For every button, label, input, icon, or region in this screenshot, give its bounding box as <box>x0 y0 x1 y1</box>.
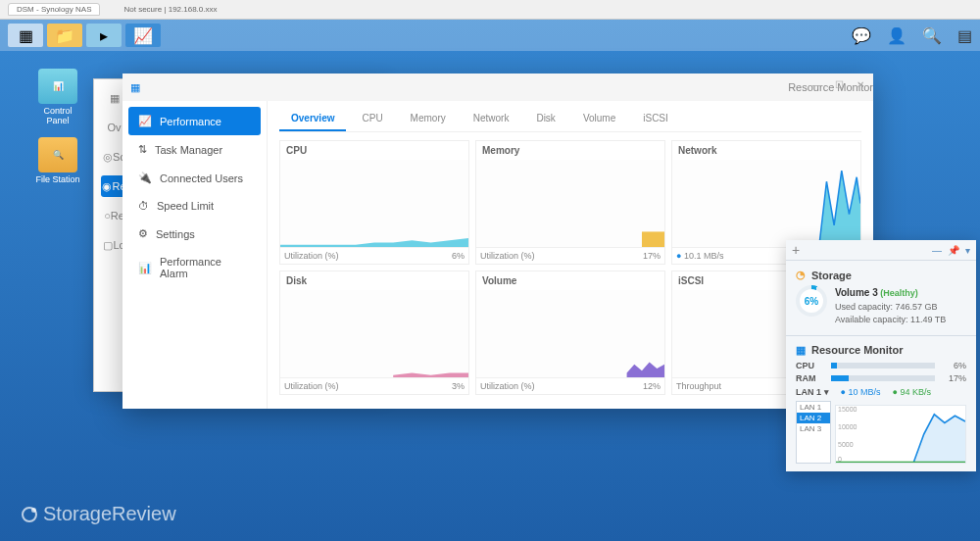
chart-footer-label: Utilization (%) <box>480 251 535 261</box>
sidebar-item-label: Connected Users <box>160 172 243 184</box>
chart-memory[interactable]: Memory Utilization (%)17% <box>475 140 665 265</box>
minimize-icon[interactable]: — <box>810 79 824 90</box>
widget-header[interactable]: + — 📌 ▾ <box>786 240 976 260</box>
chart-cpu[interactable]: CPU Utilization (%)6% <box>279 140 469 265</box>
tab-memory[interactable]: Memory <box>399 107 458 131</box>
sidebar-item-label: Task Manager <box>155 144 222 156</box>
chat-icon[interactable]: 💬 <box>852 26 871 45</box>
volume-name: Volume 3 <box>835 287 878 298</box>
file-station-icon[interactable]: 📁 <box>47 24 82 47</box>
dsm-toolbar: ▦ 📁 ▸ 📈 💬 👤 🔍 ▤ <box>0 20 980 51</box>
file-station-icon: 🔍 <box>38 137 77 172</box>
lan-option[interactable]: LAN 1 <box>797 402 830 413</box>
chart-footer-value: 3% <box>452 381 465 391</box>
content-area: Overview CPU Memory Network Disk Volume … <box>268 101 873 409</box>
chart-footer-label: Utilization (%) <box>284 381 339 391</box>
desktop-icon-file-station[interactable]: 🔍 File Station <box>33 137 82 184</box>
collapse-icon[interactable]: ▾ <box>965 245 970 256</box>
desktop-icon-control-panel[interactable]: 📊 Control Panel <box>33 69 82 125</box>
pin-icon[interactable]: 📌 <box>948 245 959 256</box>
lan-option-selected[interactable]: LAN 2 <box>797 413 830 423</box>
lan-dropdown[interactable]: LAN 1 LAN 2 LAN 3 <box>796 401 831 464</box>
tab-disk[interactable]: Disk <box>524 107 566 131</box>
rm-title: Resource Monitor <box>811 344 904 356</box>
tab-volume[interactable]: Volume <box>571 107 627 131</box>
tab-cpu[interactable]: CPU <box>350 107 394 131</box>
tab-network[interactable]: Network <box>462 107 521 131</box>
menu-icon[interactable]: ▦ <box>8 24 43 47</box>
rm-icon: ▦ <box>796 344 806 357</box>
resource-monitor-icon[interactable]: 📈 <box>125 24 161 47</box>
chart-grid: CPU Utilization (%)6% Memory Utilization… <box>279 140 861 395</box>
close-icon[interactable]: ✕ <box>854 79 867 90</box>
watermark-icon <box>22 507 37 522</box>
chart-footer-value: 6% <box>452 251 465 261</box>
minimize-icon[interactable]: — <box>932 245 942 256</box>
control-panel-icon: 📊 <box>38 69 77 104</box>
speed-limit-icon: ⏱ <box>138 200 149 212</box>
maximize-icon[interactable]: ☐ <box>832 79 846 90</box>
sidebar: 📈 Performance ⇅ Task Manager 🔌 Connected… <box>122 101 268 409</box>
chart-volume[interactable]: Volume Utilization (%)12% <box>475 270 665 395</box>
ram-bar <box>831 375 935 381</box>
chart-disk[interactable]: Disk Utilization (%)3% <box>279 270 469 395</box>
gear-icon: ⚙ <box>138 227 148 240</box>
performance-icon: 📈 <box>138 115 152 127</box>
chart-footer-label: Utilization (%) <box>480 381 535 391</box>
chart-title: Memory <box>476 141 664 160</box>
sidebar-item-label: Settings <box>156 228 195 240</box>
avail-label: Available capacity: <box>835 315 907 324</box>
browser-chrome: DSM - Synology NAS Not secure | 192.168.… <box>0 0 980 20</box>
sidebar-item-label: Speed Limit <box>157 200 214 212</box>
app-icon-1[interactable]: ▸ <box>86 24 122 47</box>
used-label: Used capacity: <box>835 302 893 312</box>
search-icon[interactable]: 🔍 <box>922 26 942 45</box>
used-value: 746.57 GB <box>896 302 938 312</box>
chart-footer-label: Throughput <box>676 381 721 391</box>
window-titlebar[interactable]: ▦ Resource Monitor — ☐ ✕ <box>122 74 873 101</box>
lan-select-label[interactable]: LAN 1 ▾ <box>796 387 829 397</box>
tab-iscsi[interactable]: iSCSI <box>631 107 680 131</box>
chart-title: Volume <box>476 271 664 290</box>
sidebar-item-label: Performance Alarm <box>160 256 251 279</box>
chart-footer-value: 17% <box>643 251 661 261</box>
sidebar-item-connected-users[interactable]: 🔌 Connected Users <box>128 164 261 192</box>
ram-label: RAM <box>796 373 825 383</box>
chart-footer-label: ● 10.1 MB/s <box>676 251 723 261</box>
desktop-label: File Station <box>33 174 82 184</box>
dashboard-icon[interactable]: ▤ <box>957 26 972 45</box>
lan-option[interactable]: LAN 3 <box>797 423 830 434</box>
ram-value: 17% <box>941 373 966 383</box>
widget-resource-monitor: ▦Resource Monitor CPU 6% RAM 17% LAN 1 ▾… <box>786 335 976 471</box>
connected-users-icon: 🔌 <box>138 172 152 184</box>
widget-storage: ◔Storage Volume 3 (Healthy) Used capacit… <box>786 260 976 335</box>
chart-title: Network <box>672 141 860 160</box>
user-icon[interactable]: 👤 <box>887 26 906 45</box>
desktop-label: Control Panel <box>33 106 82 125</box>
cpu-bar <box>831 363 935 369</box>
task-manager-icon: ⇅ <box>138 143 147 156</box>
alarm-icon: 📊 <box>138 262 152 274</box>
sidebar-item-speed-limit[interactable]: ⏱ Speed Limit <box>128 192 261 220</box>
storage-title: Storage <box>811 270 852 281</box>
tab-bar: Overview CPU Memory Network Disk Volume … <box>279 107 861 132</box>
lan-graph: 15000 10000 5000 0 <box>835 405 966 464</box>
browser-tab[interactable]: DSM - Synology NAS <box>8 3 100 16</box>
net-down: ● 94 KB/s <box>892 387 930 397</box>
avail-value: 11.49 TB <box>910 315 946 324</box>
sidebar-item-task-manager[interactable]: ⇅ Task Manager <box>128 135 261 164</box>
sidebar-item-performance-alarm[interactable]: 📊 Performance Alarm <box>128 248 261 287</box>
chart-title: Disk <box>280 271 468 290</box>
chart-footer-label: Utilization (%) <box>284 251 339 261</box>
sidebar-item-performance[interactable]: 📈 Performance <box>128 107 261 135</box>
tab-overview[interactable]: Overview <box>279 107 346 131</box>
chart-title: CPU <box>280 141 468 160</box>
storage-icon: ◔ <box>796 269 806 281</box>
donut-chart <box>796 285 827 317</box>
sidebar-item-settings[interactable]: ⚙ Settings <box>128 220 261 248</box>
net-up: ● 10 MB/s <box>841 387 881 397</box>
plus-icon[interactable]: + <box>792 242 800 258</box>
widget-panel: + — 📌 ▾ ◔Storage Volume 3 (Healthy) Used… <box>786 240 976 471</box>
watermark: StorageReview <box>22 503 176 525</box>
resource-monitor-window: ▦ Resource Monitor — ☐ ✕ 📈 Performance ⇅… <box>122 74 873 409</box>
